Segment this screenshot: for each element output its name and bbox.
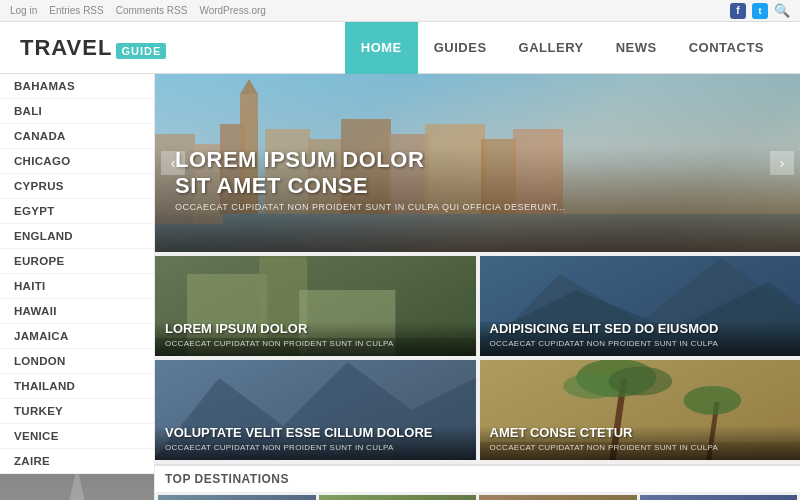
sidebar-item-thailand[interactable]: THAILAND [0, 374, 154, 399]
logo-travel: TRAVEL [20, 35, 112, 61]
sidebar-item-turkey[interactable]: TURKEY [0, 399, 154, 424]
twitter-icon[interactable]: t [752, 3, 768, 19]
sidebar-item-chicago[interactable]: CHICAGO [0, 149, 154, 174]
hero-title: LOREM IPSUM DOLORSIT AMET CONSE [175, 147, 566, 198]
top-bar-links: Log in Entries RSS Comments RSS WordPres… [10, 5, 266, 16]
svg-marker-0 [73, 474, 81, 484]
card-1-title: LOREM IPSUM DOLOR [165, 321, 466, 337]
social-icons: f t 🔍 [730, 3, 790, 19]
card-3-desc: OCCAECAT CUPIDATAT NON PROIDENT SUNT IN … [165, 443, 466, 452]
card-3[interactable]: VOLUPTATE VELIT ESSE CILLUM DOLORE OCCAE… [155, 360, 476, 460]
card-2-desc: OCCAECAT CUPIDATAT NON PROIDENT SUNT IN … [490, 339, 791, 348]
card-4[interactable]: AMET CONSE CTETUR OCCAECAT CUPIDATAT NON… [480, 360, 801, 460]
main-layout: BAHAMAS BALI CANADA CHICAGO CYPRUS EGYPT… [0, 74, 800, 500]
svg-marker-1 [69, 484, 85, 500]
destination-thumbnails [155, 492, 800, 500]
svg-point-37 [608, 367, 672, 396]
cards-grid: LOREM IPSUM DOLOR OCCAECAT CUPIDATAT NON… [155, 256, 800, 464]
sidebar-item-egypt[interactable]: EGYPT [0, 199, 154, 224]
nav-gallery[interactable]: GALLERY [503, 22, 600, 74]
sidebar-item-europe[interactable]: EUROPE [0, 249, 154, 274]
hero-text: LOREM IPSUM DOLORSIT AMET CONSE OCCAECAT… [175, 147, 566, 212]
header: TRAVEL GUIDE HOME GUIDES GALLERY NEWS CO… [0, 22, 800, 74]
wordpress-link[interactable]: WordPress.org [199, 5, 266, 16]
sidebar-item-england[interactable]: ENGLAND [0, 224, 154, 249]
sidebar-item-hawaii[interactable]: HAWAII [0, 299, 154, 324]
login-link[interactable]: Log in [10, 5, 37, 16]
dest-thumb-1[interactable] [158, 495, 316, 500]
hero-prev-arrow[interactable]: ‹ [161, 151, 185, 175]
entries-rss-link[interactable]: Entries RSS [49, 5, 103, 16]
card-4-title: AMET CONSE CTETUR [490, 425, 791, 441]
svg-marker-23 [259, 256, 307, 258]
comments-rss-link[interactable]: Comments RSS [116, 5, 188, 16]
sidebar-item-haiti[interactable]: HAITI [0, 274, 154, 299]
card-3-overlay: VOLUPTATE VELIT ESSE CILLUM DOLORE OCCAE… [155, 417, 476, 460]
card-2-overlay: ADIPISICING ELIT SED DO EIUSMOD OCCAECAT… [480, 313, 801, 356]
main-nav: HOME GUIDES GALLERY NEWS CONTACTS [345, 22, 780, 74]
sidebar-item-zaire[interactable]: ZAIRE [0, 449, 154, 474]
facebook-icon[interactable]: f [730, 3, 746, 19]
dest-thumb-4[interactable] [640, 495, 798, 500]
sidebar-item-bahamas[interactable]: BAHAMAS [0, 74, 154, 99]
nav-home[interactable]: HOME [345, 22, 418, 74]
nav-guides[interactable]: GUIDES [418, 22, 503, 74]
nav-contacts[interactable]: CONTACTS [673, 22, 780, 74]
hero-slider: LOREM IPSUM DOLORSIT AMET CONSE OCCAECAT… [155, 74, 800, 252]
search-icon[interactable]: 🔍 [774, 3, 790, 18]
svg-point-39 [683, 386, 741, 415]
hero-next-arrow[interactable]: › [770, 151, 794, 175]
sidebar-item-bali[interactable]: BALI [0, 99, 154, 124]
hero-subtitle: OCCAECAT CUPIDATAT NON PROIDENT SUNT IN … [175, 202, 566, 212]
card-1-desc: OCCAECAT CUPIDATAT NON PROIDENT SUNT IN … [165, 339, 466, 348]
card-1-overlay: LOREM IPSUM DOLOR OCCAECAT CUPIDATAT NON… [155, 313, 476, 356]
dest-thumb-3[interactable] [479, 495, 637, 500]
logo-guide: GUIDE [116, 43, 166, 59]
top-bar: Log in Entries RSS Comments RSS WordPres… [0, 0, 800, 22]
card-3-title: VOLUPTATE VELIT ESSE CILLUM DOLORE [165, 425, 466, 441]
sidebar-item-cyprus[interactable]: CYPRUS [0, 174, 154, 199]
card-2-title: ADIPISICING ELIT SED DO EIUSMOD [490, 321, 791, 337]
dest-thumb-2[interactable] [319, 495, 477, 500]
card-1[interactable]: LOREM IPSUM DOLOR OCCAECAT CUPIDATAT NON… [155, 256, 476, 356]
content-area: LOREM IPSUM DOLORSIT AMET CONSE OCCAECAT… [155, 74, 800, 500]
sidebar-bottom-image: QUIS [0, 474, 154, 500]
top-destinations-label: TOP DESTINATIONS [155, 464, 800, 492]
logo: TRAVEL GUIDE [20, 35, 166, 61]
card-4-overlay: AMET CONSE CTETUR OCCAECAT CUPIDATAT NON… [480, 417, 801, 460]
nav-news[interactable]: NEWS [600, 22, 673, 74]
sidebar-item-jamaica[interactable]: JAMAICA [0, 324, 154, 349]
card-4-desc: OCCAECAT CUPIDATAT NON PROIDENT SUNT IN … [490, 443, 791, 452]
sidebar-item-london[interactable]: LONDON [0, 349, 154, 374]
sidebar-item-canada[interactable]: CANADA [0, 124, 154, 149]
sidebar: BAHAMAS BALI CANADA CHICAGO CYPRUS EGYPT… [0, 74, 155, 500]
card-2[interactable]: ADIPISICING ELIT SED DO EIUSMOD OCCAECAT… [480, 256, 801, 356]
sidebar-item-venice[interactable]: VENICE [0, 424, 154, 449]
